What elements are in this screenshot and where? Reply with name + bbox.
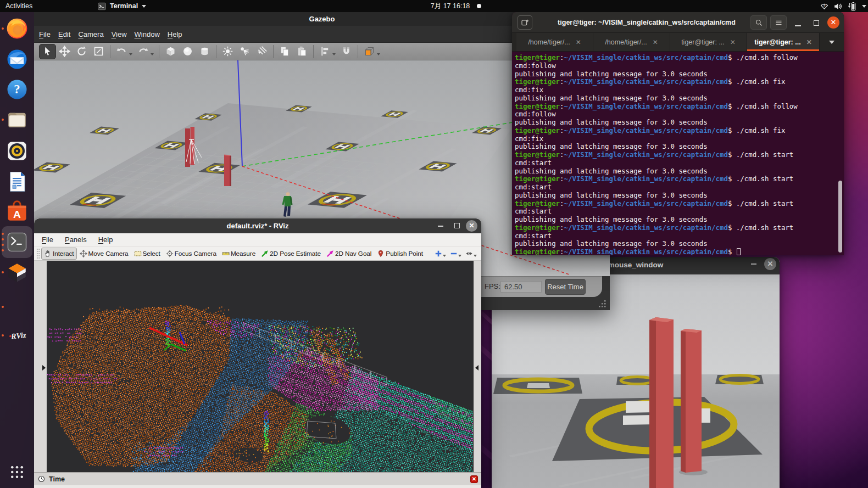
toolbar-drag-handle[interactable] xyxy=(36,248,40,259)
gazebo-menu-help[interactable]: Help xyxy=(168,30,182,38)
chevron-down-icon[interactable] xyxy=(377,53,380,55)
dock-item-software[interactable] xyxy=(0,198,34,226)
displays-panel-collapsed[interactable] xyxy=(34,261,47,472)
gazebo-tool-viewcube[interactable] xyxy=(361,44,378,59)
tab-close-icon[interactable]: ✕ xyxy=(730,38,736,46)
dock-item-rviz[interactable] xyxy=(0,322,34,349)
rviz-titlebar[interactable]: default.rviz* - RViz ✕ xyxy=(34,218,481,233)
dock-item-help[interactable] xyxy=(0,76,34,103)
prompt-path: ~/VISIM_single/catkin_ws/src/captain/cmd xyxy=(564,53,728,61)
gazebo-tool-dirlight[interactable] xyxy=(253,44,270,59)
gazebo-tool-magnet[interactable] xyxy=(338,44,355,59)
maximize-button[interactable] xyxy=(814,20,819,26)
terminal-output-line: cmd:start xyxy=(515,183,844,192)
remove-display-button[interactable] xyxy=(450,250,461,257)
dock-item-writer[interactable] xyxy=(0,168,34,195)
fps-value-field[interactable]: 62.50 xyxy=(500,281,542,293)
tab-list-button[interactable] xyxy=(820,33,844,51)
gazebo-menu-view[interactable]: View xyxy=(112,30,127,38)
dock-item-rhythmbox[interactable] xyxy=(0,137,34,165)
chevron-down-icon[interactable] xyxy=(151,53,154,55)
gazebo-tool-move[interactable] xyxy=(56,44,73,59)
gazebo-tool-copy[interactable] xyxy=(276,44,293,59)
gazebo-tool-rotate[interactable] xyxy=(73,44,90,59)
search-button[interactable] xyxy=(750,15,767,30)
close-button[interactable]: ✕ xyxy=(827,16,839,29)
rviz-menu-help[interactable]: Help xyxy=(98,235,113,244)
chevron-down-icon[interactable] xyxy=(332,53,336,55)
terminal-tab-2[interactable]: /home/tiger/...✕ xyxy=(593,33,670,51)
tool-label: Move Camera xyxy=(88,250,129,257)
gazebo-tool-box[interactable] xyxy=(162,44,179,59)
visibility-button[interactable] xyxy=(465,250,477,257)
selectbox-icon xyxy=(134,250,142,257)
minimize-button[interactable] xyxy=(751,263,756,265)
rviz-tool-publish-point[interactable]: Publish Point xyxy=(374,248,426,260)
gazebo-tool-pointlight[interactable] xyxy=(219,44,236,59)
undo-icon xyxy=(116,46,127,57)
tab-close-icon[interactable]: ✕ xyxy=(576,38,581,46)
toolbar-separator xyxy=(313,45,314,58)
panel-close-button[interactable]: ✕ xyxy=(470,475,478,483)
terminal-tab-3[interactable]: tiger@tiger: ...✕ xyxy=(670,33,747,51)
system-status-area[interactable] xyxy=(820,0,866,12)
dock-item-unknown[interactable] xyxy=(0,293,34,321)
gazebo-tool-cylinder[interactable] xyxy=(196,44,213,59)
terminal-tab-1[interactable]: /home/tiger/...✕ xyxy=(516,33,593,51)
rviz-time-panel[interactable]: Time ✕ xyxy=(34,472,481,485)
maximize-button[interactable] xyxy=(454,223,460,228)
menu-button[interactable] xyxy=(770,15,787,30)
gazebo-tool-redo[interactable] xyxy=(135,44,152,59)
arrow-icon xyxy=(326,250,334,257)
gazebo-tool-sphere[interactable] xyxy=(179,44,196,59)
rviz-tool-select[interactable]: Select xyxy=(131,248,163,260)
prompt-dollar: $ xyxy=(728,223,736,232)
gazebo-menu-window[interactable]: Window xyxy=(135,30,160,38)
rviz-tool-focus-camera[interactable]: Focus Camera xyxy=(163,248,219,260)
add-display-button[interactable] xyxy=(435,250,446,257)
gazebo-tool-scale[interactable] xyxy=(90,44,107,59)
resize-grip[interactable] xyxy=(599,300,607,307)
rviz-tool-2d-pose-estimate[interactable]: 2D Pose Estimate xyxy=(258,248,324,260)
close-button[interactable]: ✕ xyxy=(764,258,776,270)
gazebo-tool-paste[interactable] xyxy=(293,44,310,59)
gazebo-tool-spotlight[interactable] xyxy=(236,44,253,59)
rviz-tool-move-camera[interactable]: Move Camera xyxy=(77,248,131,260)
rviz-3d-view[interactable] xyxy=(34,261,481,472)
gazebo-menu-edit[interactable]: Edit xyxy=(58,30,70,38)
rviz-menu-file[interactable]: File xyxy=(42,235,53,244)
chevron-down-icon[interactable] xyxy=(129,53,132,55)
minimize-button[interactable] xyxy=(795,25,801,26)
dock-item-files[interactable] xyxy=(0,106,34,133)
gazebo-menu-file[interactable]: File xyxy=(39,30,51,38)
views-panel-collapsed[interactable] xyxy=(473,261,481,472)
pointcloud-canvas[interactable] xyxy=(47,261,473,472)
terminal-scrollbar[interactable] xyxy=(838,181,842,253)
gazebo-menu-camera[interactable]: Camera xyxy=(78,30,103,38)
clock-text: 7月 17 16:18 xyxy=(431,2,470,11)
minimize-button[interactable] xyxy=(438,226,443,227)
rviz-menu-panels[interactable]: Panels xyxy=(65,235,87,244)
dock-item-firefox[interactable] xyxy=(0,15,34,42)
prompt-path: ~/VISIM_single/catkin_ws/src/captain/cmd xyxy=(564,199,728,207)
rviz-tool-measure[interactable]: Measure xyxy=(219,248,258,260)
dock-item-terminal[interactable] xyxy=(0,228,34,256)
software-icon xyxy=(5,200,29,223)
new-tab-button[interactable] xyxy=(518,15,532,30)
clock[interactable]: 7月 17 16:18 xyxy=(431,2,482,11)
terminal-tab-4[interactable]: tiger@tiger: ...✕ xyxy=(747,33,820,51)
rviz-tool-interact[interactable]: Interact xyxy=(41,248,77,260)
terminal-headerbar[interactable]: tiger@tiger: ~/VISIM_single/catkin_ws/sr… xyxy=(512,12,844,33)
gazebo-tool-select[interactable] xyxy=(39,44,56,59)
dock-item-thunderbird[interactable] xyxy=(0,46,34,73)
rviz-tool-2d-nav-goal[interactable]: 2D Nav Goal xyxy=(324,248,374,260)
dock-item-gazebo[interactable] xyxy=(0,259,34,286)
terminal-output[interactable]: tiger@tiger:~/VISIM_single/catkin_ws/src… xyxy=(512,52,844,255)
gazebo-tool-align[interactable] xyxy=(316,44,333,59)
close-button[interactable]: ✕ xyxy=(466,220,477,232)
reset-time-button[interactable]: Reset Time xyxy=(545,279,586,295)
show-applications-button[interactable] xyxy=(0,458,34,486)
gazebo-tool-undo[interactable] xyxy=(113,44,130,59)
tab-close-icon[interactable]: ✕ xyxy=(653,38,658,46)
tab-close-icon[interactable]: ✕ xyxy=(806,38,812,46)
